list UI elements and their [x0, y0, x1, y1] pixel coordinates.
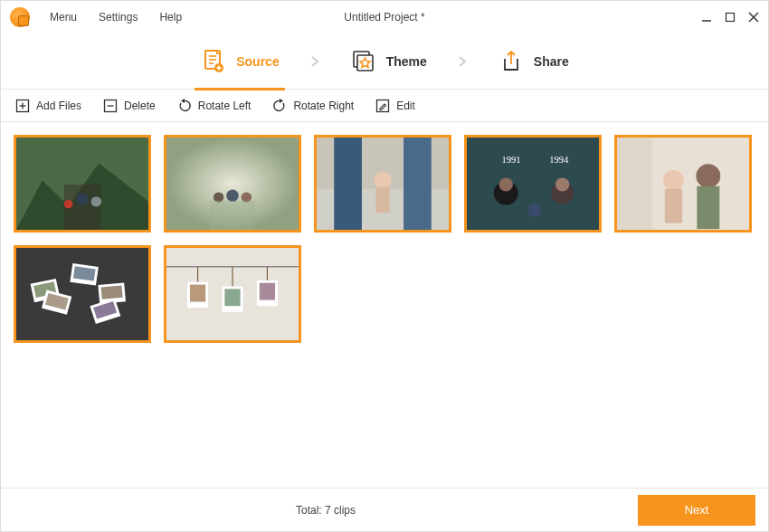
chevron-right-icon [310, 55, 319, 68]
svg-rect-35 [403, 138, 432, 230]
svg-point-25 [91, 196, 102, 206]
next-button[interactable]: Next [638, 495, 755, 526]
footer: Total: 7 clips Next [1, 488, 768, 531]
step-nav: Source Theme [1, 33, 768, 90]
svg-rect-31 [210, 201, 255, 230]
maximize-icon[interactable] [725, 12, 736, 23]
thumb-5[interactable] [614, 135, 752, 233]
toolbar: Add Files Delete Rotate Left Rotate Righ… [1, 90, 768, 122]
photo-placeholder-icon [166, 248, 299, 340]
svg-rect-34 [334, 138, 362, 230]
project-title: Untitled Project * [344, 11, 424, 24]
chevron-right-icon [458, 55, 467, 68]
clip-count: Total: 7 clips [14, 504, 638, 517]
rotate-right-button[interactable]: Rotate Right [272, 99, 354, 113]
step-source-label: Source [236, 54, 279, 69]
photo-placeholder-icon [166, 138, 299, 230]
svg-rect-51 [697, 186, 719, 229]
window-controls [701, 12, 759, 23]
photo-placeholder-icon [16, 138, 148, 230]
thumb-3[interactable] [314, 135, 451, 233]
menu-menu[interactable]: Menu [39, 11, 88, 24]
svg-rect-73 [260, 283, 275, 300]
svg-point-50 [696, 164, 720, 187]
add-files-button[interactable]: Add Files [15, 99, 81, 113]
menu-help[interactable]: Help [148, 11, 193, 24]
step-share[interactable]: Share [498, 48, 569, 75]
svg-point-23 [64, 200, 73, 208]
svg-rect-67 [190, 285, 205, 302]
minimize-icon[interactable] [701, 12, 712, 23]
photo-placeholder-icon [617, 138, 749, 230]
rotate-left-label: Rotate Left [198, 100, 252, 112]
photo-placeholder-icon [16, 248, 148, 340]
step-share-label: Share [534, 54, 569, 69]
rotate-right-icon [272, 99, 287, 113]
edit-icon [375, 99, 390, 113]
close-icon[interactable] [748, 12, 759, 23]
rotate-right-label: Rotate Right [293, 100, 354, 112]
step-source[interactable]: Source [200, 48, 279, 75]
svg-point-43 [527, 204, 541, 217]
photo-placeholder-icon: 1991 1994 [467, 138, 599, 230]
app-window: Menu Settings Help Untitled Project * [0, 0, 769, 532]
photo-placeholder-icon [317, 138, 449, 230]
menu-settings[interactable]: Settings [88, 11, 148, 24]
app-logo-icon [10, 7, 30, 27]
step-theme-label: Theme [386, 54, 427, 69]
svg-rect-47 [617, 138, 651, 230]
minus-square-icon [103, 99, 118, 113]
svg-text:1994: 1994 [549, 155, 569, 165]
svg-point-42 [499, 177, 513, 191]
edit-button[interactable]: Edit [375, 99, 415, 113]
thumb-4[interactable]: 1991 1994 [464, 135, 602, 233]
edit-label: Edit [396, 100, 415, 112]
delete-label: Delete [124, 100, 156, 112]
share-icon [498, 48, 525, 75]
gallery: 1991 1994 [1, 122, 768, 488]
thumb-2[interactable] [164, 135, 301, 233]
svg-point-45 [555, 177, 569, 191]
add-files-label: Add Files [36, 100, 81, 112]
thumb-1[interactable] [14, 135, 151, 233]
svg-rect-70 [224, 289, 240, 306]
rotate-left-icon [177, 99, 192, 113]
theme-icon [350, 48, 377, 75]
thumb-6[interactable] [14, 245, 151, 343]
step-theme[interactable]: Theme [350, 48, 427, 75]
rotate-left-button[interactable]: Rotate Left [177, 99, 252, 113]
svg-point-24 [76, 193, 88, 204]
svg-point-29 [226, 190, 238, 202]
svg-rect-49 [665, 189, 682, 223]
svg-rect-37 [375, 187, 389, 213]
svg-point-36 [374, 172, 391, 189]
svg-point-48 [663, 170, 684, 191]
delete-button[interactable]: Delete [103, 99, 156, 113]
thumb-7[interactable] [164, 245, 301, 343]
svg-rect-1 [726, 14, 735, 22]
plus-square-icon [15, 99, 30, 113]
svg-rect-58 [101, 286, 123, 299]
source-icon [200, 48, 227, 75]
titlebar: Menu Settings Help Untitled Project * [1, 1, 768, 33]
svg-text:1991: 1991 [501, 155, 520, 165]
